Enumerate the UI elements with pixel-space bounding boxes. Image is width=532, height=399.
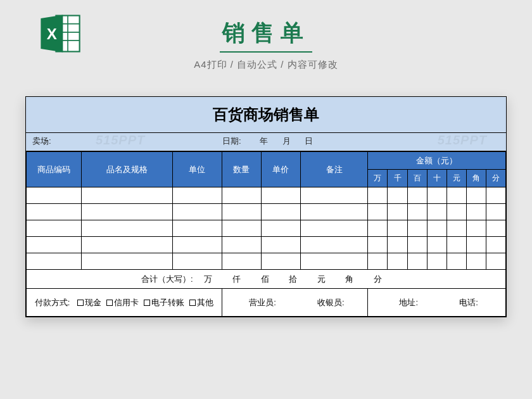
- cell[interactable]: [300, 253, 368, 270]
- page-subtitle: A4打印 / 自动公式 / 内容可修改: [194, 59, 338, 71]
- col-price: 单价: [261, 152, 300, 187]
- pay-label: 付款方式:: [35, 298, 70, 307]
- cell[interactable]: [261, 253, 300, 270]
- col-qty: 数量: [222, 152, 261, 187]
- cell[interactable]: [81, 187, 172, 204]
- date-label: 日期:: [222, 136, 241, 146]
- cell[interactable]: [446, 253, 466, 270]
- sales-table: 商品编码 品名及规格 单位 数量 单价 备注 金额（元） 万 千 百 十 元 角…: [26, 151, 506, 317]
- cell[interactable]: [222, 204, 261, 220]
- pay-option-label: 电子转账: [151, 298, 184, 307]
- cell[interactable]: [300, 220, 368, 237]
- col-amt-0: 万: [368, 170, 388, 187]
- cell[interactable]: [486, 204, 505, 220]
- pay-option-label: 其他: [197, 298, 213, 307]
- cell[interactable]: [407, 253, 427, 270]
- cell[interactable]: [407, 187, 427, 204]
- cell[interactable]: [427, 187, 446, 204]
- cell[interactable]: [222, 187, 261, 204]
- cell[interactable]: [261, 220, 300, 237]
- col-amt-5: 角: [466, 170, 486, 187]
- cell[interactable]: [388, 253, 407, 270]
- cell[interactable]: [466, 253, 486, 270]
- sales-label: 营业员:: [249, 298, 276, 307]
- cell[interactable]: [388, 204, 407, 220]
- checkbox[interactable]: [77, 300, 84, 306]
- cell[interactable]: [222, 237, 261, 253]
- cell[interactable]: [368, 187, 388, 204]
- svg-text:X: X: [47, 25, 57, 42]
- cell[interactable]: [172, 187, 222, 204]
- cell[interactable]: [81, 220, 172, 237]
- cell[interactable]: [427, 204, 446, 220]
- cell[interactable]: [81, 253, 172, 270]
- cell[interactable]: [300, 237, 368, 253]
- cell[interactable]: [172, 220, 222, 237]
- col-unit: 单位: [172, 152, 222, 187]
- cell[interactable]: [466, 187, 486, 204]
- cell[interactable]: [27, 204, 82, 220]
- col-name: 品名及规格: [81, 152, 172, 187]
- cell[interactable]: [407, 204, 427, 220]
- cell[interactable]: [486, 237, 505, 253]
- cell[interactable]: [368, 237, 388, 253]
- cell[interactable]: [368, 220, 388, 237]
- cell[interactable]: [466, 204, 486, 220]
- cell[interactable]: [388, 237, 407, 253]
- store-label: 卖场:: [32, 136, 51, 146]
- cell[interactable]: [172, 204, 222, 220]
- cell[interactable]: [486, 220, 505, 237]
- cell[interactable]: [427, 220, 446, 237]
- checkbox[interactable]: [106, 300, 113, 306]
- cell[interactable]: [300, 204, 368, 220]
- cell[interactable]: [388, 220, 407, 237]
- col-amt-1: 千: [388, 170, 407, 187]
- table-row: [27, 220, 506, 237]
- cell[interactable]: [466, 220, 486, 237]
- table-row: [27, 204, 506, 220]
- cell[interactable]: [368, 253, 388, 270]
- cell[interactable]: [407, 220, 427, 237]
- col-code: 商品编码: [27, 152, 82, 187]
- pay-option-label: 信用卡: [114, 298, 139, 307]
- cell[interactable]: [446, 220, 466, 237]
- cell[interactable]: [81, 204, 172, 220]
- cell[interactable]: [407, 237, 427, 253]
- cell[interactable]: [81, 237, 172, 253]
- date-year-unit: 年: [260, 136, 268, 146]
- checkbox[interactable]: [144, 300, 150, 306]
- cell[interactable]: [300, 187, 368, 204]
- col-amt-2: 百: [407, 170, 427, 187]
- col-amt-6: 分: [486, 170, 505, 187]
- cell[interactable]: [222, 220, 261, 237]
- cell[interactable]: [27, 253, 82, 270]
- cell[interactable]: [486, 253, 505, 270]
- checkbox[interactable]: [189, 300, 196, 306]
- cell[interactable]: [446, 187, 466, 204]
- total-label: 合计（大写）:: [141, 274, 193, 284]
- cell[interactable]: [222, 253, 261, 270]
- cell[interactable]: [261, 187, 300, 204]
- cell[interactable]: [446, 204, 466, 220]
- cell[interactable]: [446, 237, 466, 253]
- cashier-label: 收银员:: [317, 298, 345, 307]
- cell[interactable]: [486, 187, 505, 204]
- cell[interactable]: [427, 253, 446, 270]
- cell[interactable]: [172, 253, 222, 270]
- cell[interactable]: [388, 187, 407, 204]
- cell[interactable]: [27, 187, 82, 204]
- table-row: [27, 187, 506, 204]
- sales-sheet: 百货商场销售单 515PPT 515PPT 卖场: 日期: 年 月 日 商品编码…: [25, 96, 507, 317]
- cell[interactable]: [466, 237, 486, 253]
- cell[interactable]: [261, 237, 300, 253]
- col-amt-3: 十: [427, 170, 446, 187]
- cell[interactable]: [368, 204, 388, 220]
- excel-icon: X: [38, 11, 82, 56]
- cell[interactable]: [261, 204, 300, 220]
- date-month-unit: 月: [282, 136, 291, 146]
- cell[interactable]: [172, 237, 222, 253]
- cell[interactable]: [27, 237, 82, 253]
- col-remark: 备注: [300, 152, 368, 187]
- cell[interactable]: [27, 220, 82, 237]
- cell[interactable]: [427, 237, 446, 253]
